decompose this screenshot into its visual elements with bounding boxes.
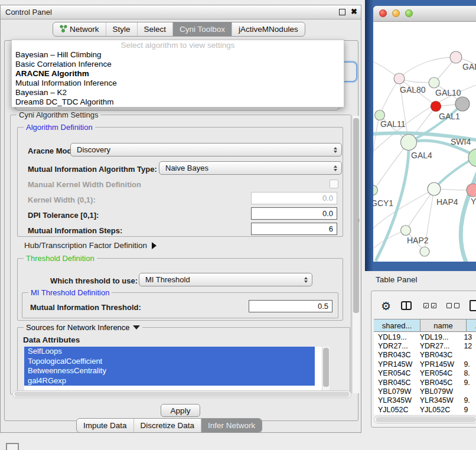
node-label: HAP2 [407,236,429,245]
attributes-list-scrollbar[interactable] [322,347,330,390]
manual-kernel-width-checkbox[interactable] [330,180,338,188]
gear-icon[interactable]: ⚙ [381,301,391,312]
list-item-betweennesscentrality[interactable]: BetweennessCentrality [24,366,315,376]
network-node-hap2[interactable] [401,226,411,236]
deselect-all-checkbox-icon[interactable] [446,303,452,308]
sources-legend[interactable]: Sources for Network Inference [24,323,142,332]
table-row[interactable]: YER054CYER054C8. [374,369,476,378]
tab-select[interactable]: Select [137,22,173,36]
tab-jactivemnodules[interactable]: jActiveMNodules [232,22,305,36]
hub-expander[interactable]: Hub/Transcription Factor Definition [24,241,157,250]
zoom-traffic-light-icon[interactable] [405,9,413,17]
settings-horizontal-scrollbar[interactable] [12,390,351,398]
collapsed-panel-icon[interactable] [6,443,19,450]
settings-vertical-scrollbar[interactable] [352,116,360,393]
control-panel-window: Control Panel ✖ Network S [0,5,361,433]
network-node-top-right[interactable] [450,51,462,63]
dropdown-item-aracne[interactable]: ARACNE Algorithm [12,69,344,79]
node-label: GAL1 [439,112,460,121]
network-node-gal4[interactable] [401,135,417,151]
network-node-gray[interactable] [455,97,470,111]
node-label: GAL80 [400,85,426,94]
minimize-traffic-light-icon[interactable] [392,9,400,17]
dropdown-item-basic-correlation[interactable]: Basic Correlation Inference [12,60,344,69]
column-header-shared-name[interactable]: shared... [374,319,420,332]
data-attributes-label: Data Attributes [23,335,80,344]
float-window-icon[interactable] [339,9,345,15]
control-panel-titlebar[interactable]: Control Panel ✖ [1,5,361,19]
table-row[interactable]: YLR345WYLR345W9. [374,396,476,405]
which-threshold-label: Which threshold to use: [50,276,138,285]
mi-algorithm-type-combo[interactable]: Naive Bayes [159,161,342,175]
close-traffic-light-icon[interactable] [379,9,387,17]
threshold-definition-legend: Threshold Definition [24,254,97,263]
table-row[interactable]: YDR27...YDR27...12 [374,341,476,350]
aracne-mode-combo[interactable]: Discovery [70,143,342,156]
network-node-gal80[interactable] [394,73,405,84]
new-table-icon[interactable] [470,300,476,311]
network-node-gal1-red[interactable] [431,102,441,112]
network-window-titlebar[interactable] [373,6,476,22]
network-node-gcy1[interactable] [373,185,378,195]
splitpane-collapse-icon[interactable]: ‹ [358,217,360,223]
which-threshold-combo[interactable]: MI Threshold [139,273,312,286]
mi-threshold-label: Mutual Information Threshold: [30,303,141,312]
node-label: GAL11 [380,119,406,129]
list-item-selfloops[interactable]: SelfLoops [24,347,315,357]
table-row[interactable]: YBR043CYBR043C [374,351,476,360]
table-horizontal-scrollbar[interactable] [374,416,476,423]
mi-steps-field[interactable]: 6 [251,223,337,235]
table-row[interactable]: YPR145WYPR145W9. [374,360,476,369]
dropdown-item-mutual-information[interactable]: Mutual Information Inference [12,79,344,88]
list-item-gal4rgexp[interactable]: gal4RGexp [24,376,315,386]
dpi-tolerance-field[interactable]: 0.0 [251,207,337,220]
node-label: HAP4 [436,197,458,207]
dropdown-placeholder: Select algorithm to view settings [12,40,344,50]
combo-arrows-icon [334,147,337,153]
bottom-tabbar: Impute Data Discretize Data Infer Networ… [76,418,262,433]
tab-impute-data[interactable]: Impute Data [77,419,133,432]
column-header-partial[interactable]: A [467,319,476,332]
split-columns-icon[interactable] [401,301,412,310]
dropdown-item-bayesian-hill-climbing[interactable]: Bayesian – Hill Climbing [12,50,344,60]
column-header-name[interactable]: name [420,319,467,332]
app-root: Control Panel ✖ Network S [0,0,476,450]
kernel-width-label: Kernel Width (0,1): [28,195,96,204]
tab-cyni-toolbox[interactable]: Cyni Toolbox [172,22,232,36]
control-panel-tabbar: Network Style Select Cyni Toolbox jActiv… [53,22,305,37]
network-view-window: GAL GAL80 GAL10 GAL1 GAL11 GAL4 SWI4 GCY… [373,6,476,262]
cyni-settings-legend: Cyni Algorithm Settings [17,110,100,119]
network-canvas[interactable]: GAL GAL80 GAL10 GAL1 GAL11 GAL4 SWI4 GCY… [373,21,476,262]
table-row[interactable]: YBL079WYBL079W [374,387,476,396]
tab-infer-network[interactable]: Infer Network [201,419,262,432]
expander-right-icon [152,242,157,249]
network-node-bottom[interactable] [420,247,429,256]
table-row[interactable]: YDL19...YDL19...13 [374,332,476,341]
tab-discretize-data[interactable]: Discretize Data [133,419,201,432]
kernel-width-field[interactable]: 0.0 [251,192,337,204]
close-icon[interactable]: ✖ [351,7,357,16]
list-item-topologicalcoefficient[interactable]: TopologicalCoefficient [24,357,315,367]
table-rows: YDL19...YDL19...13 YDR27...YDR27...12 YB… [374,332,476,415]
combo-arrows-icon [304,277,308,283]
network-node-gal11[interactable] [375,110,385,120]
network-node-gal10[interactable] [429,77,439,88]
dpi-tolerance-label: DPI Tolerance [0,1]: [28,211,99,220]
tab-style[interactable]: Style [106,22,137,36]
dropdown-item-bayesian-k2[interactable]: Bayesian – K2 [12,88,344,97]
table-panel-title: Table Panel [376,275,418,284]
data-attributes-list: SelfLoops TopologicalCoefficient Between… [24,347,329,390]
mi-threshold-field[interactable]: 0.5 [249,300,332,312]
mi-threshold-legend: MI Threshold Definition [28,288,112,297]
select-all-checkbox-icon[interactable]: ✓ [423,303,429,308]
table-row[interactable]: YBR045CYBR045C9. [374,378,476,387]
dropdown-item-dream8[interactable]: Dream8 DC_TDC Algorithm [12,97,344,107]
tab-network-label: Network [70,25,99,34]
network-node-salmon[interactable] [467,184,476,197]
table-row[interactable]: YJL052CYJL052C9 [374,405,476,414]
tab-network[interactable]: Network [53,22,106,36]
select-all-checkbox-icon[interactable]: ✓ [431,303,436,308]
network-node-hap4[interactable] [428,182,441,195]
deselect-all-checkbox-icon[interactable] [454,303,459,308]
apply-button[interactable]: Apply [161,404,200,417]
